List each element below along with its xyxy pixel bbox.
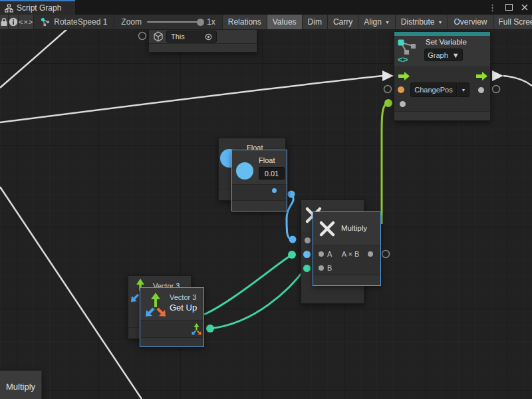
- align-button[interactable]: Align ▼: [358, 15, 396, 29]
- unconnected-port-circle[interactable]: [382, 251, 390, 258]
- vector3-get-up-node[interactable]: Vector 3 Get Up: [140, 287, 204, 347]
- set-variable-node[interactable]: <> Set Variable Graph ▼ ChangePos ▼: [394, 31, 491, 121]
- svg-text:<>: <>: [398, 55, 408, 64]
- ghost-port-teal[interactable]: [303, 265, 311, 272]
- wire-flow-into-set-variable[interactable]: [0, 76, 383, 122]
- carry-button[interactable]: Carry: [328, 15, 358, 29]
- code-icon: <×>: [19, 18, 33, 26]
- chevron-down-icon: ▼: [385, 20, 390, 25]
- chevron-down-icon: ▼: [438, 20, 443, 25]
- overview-button[interactable]: Overview: [448, 15, 493, 29]
- target-port-orange[interactable]: [398, 86, 404, 93]
- node-subtitle: Get Up: [170, 303, 197, 313]
- wire-multiply-to-set-variable[interactable]: [382, 103, 388, 224]
- zoom-value: 1x: [207, 17, 215, 27]
- chevron-down-icon: ▼: [452, 51, 460, 59]
- input-b-port[interactable]: [319, 265, 324, 271]
- zoom-slider-handle[interactable]: [197, 19, 204, 26]
- vector3-output-icon[interactable]: [191, 323, 202, 335]
- close-icon[interactable]: [521, 4, 528, 11]
- ghost-port-blue[interactable]: [303, 251, 311, 258]
- set-variable-icon: <>: [397, 39, 418, 64]
- unconnected-port-circle[interactable]: [493, 86, 500, 93]
- dim-button[interactable]: Dim: [303, 15, 328, 29]
- inspect-button[interactable]: [9, 15, 19, 29]
- offscreen-multiply-node[interactable]: Multiply: [0, 370, 42, 399]
- wire-white-diagonal[interactable]: [0, 187, 142, 399]
- float-output-port[interactable]: [272, 188, 277, 193]
- wire-flow-out-of-set-variable[interactable]: [503, 76, 532, 86]
- wire-white-upper-left[interactable]: [0, 30, 69, 88]
- node-title: Set Variable: [426, 38, 467, 46]
- wire-vector-to-multiply-b[interactable]: [210, 267, 306, 329]
- zoom-control: Zoom 1x: [114, 15, 222, 29]
- flow-input-arrow[interactable]: [398, 72, 410, 80]
- graph-canvas[interactable]: This <> Set Variable Graph: [0, 30, 532, 399]
- chevron-down-icon: ▼: [462, 88, 466, 92]
- knob-blue-multiply-in[interactable]: [289, 236, 297, 243]
- flow-output-arrow[interactable]: [476, 72, 487, 80]
- multiply-node[interactable]: Multiply A A × B B: [313, 211, 381, 286]
- float-literal-icon: [236, 162, 253, 180]
- node-title: Multiply: [6, 382, 35, 392]
- wire-float-to-multiply[interactable]: [287, 194, 293, 239]
- float-node[interactable]: Float 0.01: [231, 150, 287, 211]
- tab-script-graph[interactable]: Script Graph: [0, 0, 75, 15]
- distribute-button[interactable]: Distribute ▼: [396, 15, 449, 29]
- knob-teal-multiply-in[interactable]: [288, 251, 296, 259]
- variable-name-caret[interactable]: ▼: [458, 82, 469, 97]
- input-a-port[interactable]: [319, 251, 324, 257]
- ghost-port-gray[interactable]: [305, 237, 311, 243]
- node-title: Multiply: [341, 224, 367, 232]
- graph-name: RotateSpeed 1: [54, 17, 107, 27]
- multiply-x-icon: [319, 220, 336, 237]
- relations-button[interactable]: Relations: [223, 15, 267, 29]
- gameobject-cube-icon: [153, 31, 164, 42]
- vector3-icon: [144, 291, 168, 318]
- tab-label: Script Graph: [17, 3, 61, 13]
- zoom-slider[interactable]: [147, 21, 201, 23]
- info-icon: [9, 17, 18, 27]
- output-value-port[interactable]: [478, 87, 484, 93]
- flow-arrowhead-in: [382, 70, 394, 81]
- maximize-icon[interactable]: [505, 4, 513, 11]
- graph-toolbar: <×> RotateSpeed 1 Zoom 1x Relations Valu…: [0, 15, 532, 30]
- unity-visual-scripting-window: Script Graph ⋮ <×>: [0, 0, 532, 399]
- knob-lime[interactable]: [384, 99, 392, 107]
- node-title: Float: [259, 156, 275, 164]
- zoom-label: Zoom: [121, 17, 142, 27]
- variable-scope-dropdown[interactable]: Graph ▼: [424, 49, 463, 61]
- wire-vector-to-multiply-a[interactable]: [204, 255, 292, 315]
- unconnected-port-circle[interactable]: [139, 33, 146, 40]
- node-title: Vector 3: [170, 293, 196, 301]
- code-preview-button[interactable]: <×>: [19, 15, 34, 29]
- kebab-menu-icon[interactable]: ⋮: [488, 3, 497, 12]
- script-graph-icon: [5, 4, 13, 13]
- graph-breadcrumb[interactable]: RotateSpeed 1: [34, 15, 114, 29]
- output-port[interactable]: [368, 251, 373, 257]
- knob-blue-float-out[interactable]: [288, 191, 295, 198]
- float-value-field[interactable]: 0.01: [259, 167, 285, 180]
- vector3-diagonal-arrow-icon: [130, 293, 140, 303]
- knob-teal-vector-out[interactable]: [206, 325, 214, 332]
- object-picker-icon[interactable]: [205, 33, 212, 41]
- values-button[interactable]: Values: [267, 15, 303, 29]
- this-object-field[interactable]: This: [166, 31, 217, 43]
- unconnected-port-circle[interactable]: [384, 86, 392, 93]
- this-node[interactable]: This: [148, 30, 257, 53]
- tab-bar: Script Graph ⋮: [0, 0, 532, 15]
- variable-name-dropdown[interactable]: ChangePos: [410, 82, 457, 97]
- input-value-port[interactable]: [400, 101, 406, 107]
- fullscreen-button[interactable]: Full Screen: [493, 15, 532, 29]
- graph-asset-icon: [41, 17, 50, 27]
- flow-arrowhead-out: [492, 70, 503, 81]
- lock-button[interactable]: [0, 15, 9, 29]
- lock-icon: [0, 17, 8, 27]
- window-controls: ⋮: [488, 0, 528, 15]
